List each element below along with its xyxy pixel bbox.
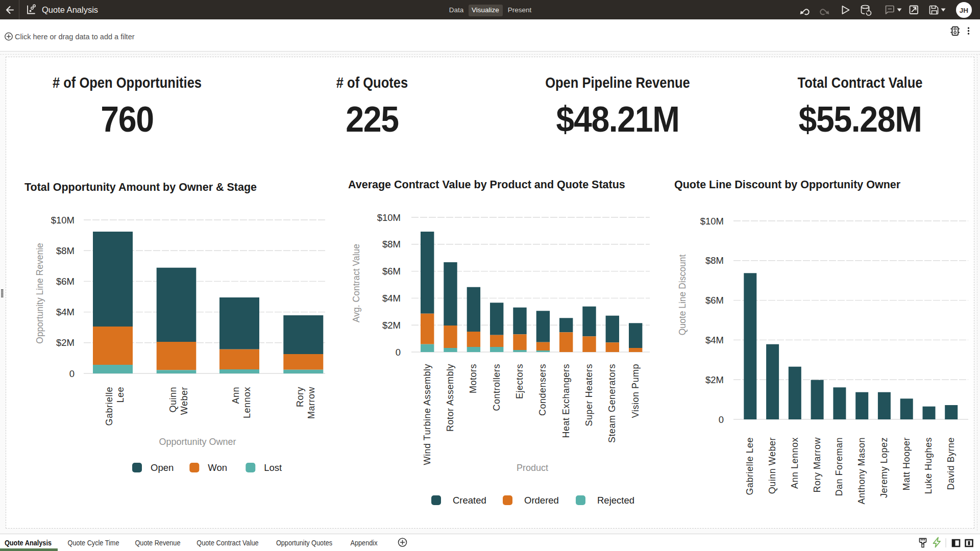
svg-text:$4M: $4M: [705, 335, 724, 345]
svg-text:Lee: Lee: [115, 387, 126, 403]
svg-text:Product: Product: [517, 463, 548, 473]
svg-text:$8M: $8M: [705, 255, 724, 266]
svg-text:Jeremy Lopez: Jeremy Lopez: [879, 437, 889, 498]
svg-text:Quinn Weber: Quinn Weber: [767, 437, 777, 494]
svg-text:$4M: $4M: [56, 307, 75, 317]
svg-text:Total Opportunity Amount by Ow: Total Opportunity Amount by Owner & Stag…: [24, 181, 257, 193]
svg-text:$8M: $8M: [382, 239, 401, 249]
svg-text:Luke Hughes: Luke Hughes: [923, 437, 934, 494]
svg-text:Won: Won: [208, 462, 227, 473]
svg-text:Ejectors: Ejectors: [514, 364, 525, 399]
svg-text:Dan Foreman: Dan Foreman: [834, 437, 844, 496]
svg-text:Super Heaters: Super Heaters: [584, 364, 594, 427]
svg-text:Condensers: Condensers: [537, 364, 548, 416]
svg-text:$10M: $10M: [51, 215, 75, 226]
svg-text:Controllers: Controllers: [492, 364, 502, 411]
svg-text:Marrow: Marrow: [306, 387, 316, 419]
svg-text:Weber: Weber: [179, 387, 189, 415]
svg-text:Anthony Mason: Anthony Mason: [856, 437, 867, 505]
svg-text:Steam Generators: Steam Generators: [607, 364, 617, 443]
svg-text:Created: Created: [453, 495, 486, 506]
svg-text:Quinn: Quinn: [168, 387, 178, 413]
svg-text:Lost: Lost: [264, 462, 282, 473]
svg-text:$6M: $6M: [705, 295, 724, 306]
svg-text:Rotor Assembly: Rotor Assembly: [445, 364, 455, 432]
svg-text:Rory: Rory: [295, 387, 305, 407]
svg-text:Avg. Contract Value: Avg. Contract Value: [351, 244, 361, 322]
svg-text:0: 0: [719, 414, 724, 425]
svg-text:Quote Line Discount: Quote Line Discount: [677, 255, 688, 336]
svg-text:$2M: $2M: [705, 374, 724, 385]
svg-text:Gabrielle Lee: Gabrielle Lee: [745, 437, 755, 495]
svg-text:Average Contract Value by Prod: Average Contract Value by Product and Qu…: [348, 179, 625, 191]
svg-text:$10M: $10M: [700, 216, 724, 227]
svg-text:Ordered: Ordered: [524, 495, 559, 506]
svg-text:Heat Exchangers: Heat Exchangers: [561, 364, 571, 438]
svg-text:$2M: $2M: [382, 320, 401, 331]
svg-text:$4M: $4M: [382, 293, 401, 304]
svg-text:Vision Pump: Vision Pump: [630, 364, 641, 418]
svg-text:Matt Hooper: Matt Hooper: [901, 437, 912, 491]
svg-text:$10M: $10M: [377, 212, 401, 223]
svg-text:Quote Line Discount by Opportu: Quote Line Discount by Opportunity Owner: [674, 179, 901, 191]
svg-text:$8M: $8M: [56, 245, 75, 256]
svg-text:Wind Turbine Assembly: Wind Turbine Assembly: [422, 364, 432, 465]
svg-text:Opportunity Owner: Opportunity Owner: [159, 437, 236, 447]
svg-text:Ann: Ann: [231, 387, 241, 404]
svg-text:Open: Open: [151, 462, 174, 473]
svg-text:0: 0: [396, 347, 401, 358]
svg-text:Gabrielle: Gabrielle: [104, 387, 114, 426]
svg-text:Opportunity Line Revenie: Opportunity Line Revenie: [35, 243, 45, 343]
svg-text:Lennox: Lennox: [242, 387, 252, 418]
svg-text:Motors: Motors: [468, 364, 478, 393]
svg-text:$6M: $6M: [382, 266, 401, 277]
svg-text:Ann Lennox: Ann Lennox: [790, 437, 800, 489]
svg-text:Rory Marrow: Rory Marrow: [812, 437, 822, 493]
svg-text:0: 0: [69, 368, 75, 379]
svg-text:$2M: $2M: [56, 337, 75, 348]
svg-text:David Byrne: David Byrne: [946, 437, 956, 490]
svg-text:Rejected: Rejected: [597, 495, 634, 506]
svg-text:$6M: $6M: [56, 276, 75, 287]
